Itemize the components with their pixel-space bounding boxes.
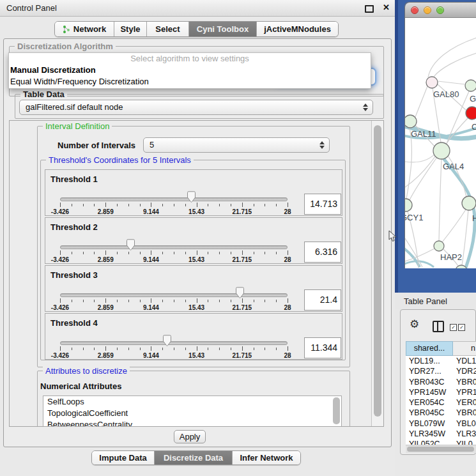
column-select-icon[interactable]: ✓ ✓ xyxy=(450,324,465,331)
table-row[interactable]: YPR145WYPR1 xyxy=(406,387,476,397)
cell-name[interactable]: YLR3 xyxy=(456,429,476,439)
cell-shared-name[interactable]: YBR045C xyxy=(409,408,445,418)
network-edge[interactable] xyxy=(462,210,468,265)
threshold-value-field[interactable]: 11.344 xyxy=(304,337,341,358)
cell-shared-name[interactable]: YIL052C xyxy=(409,439,440,445)
tab-style[interactable]: Style xyxy=(114,22,146,36)
scrollbar-thumb[interactable] xyxy=(407,447,474,452)
table-row[interactable]: YBR045CYBR0 xyxy=(406,408,476,418)
dropdown-option-equal-width-frequency[interactable]: Equal Width/Frequency Discretization xyxy=(9,76,371,88)
slider-track[interactable] xyxy=(60,245,288,249)
network-edge[interactable] xyxy=(438,81,465,84)
table-horizontal-scrollbar[interactable] xyxy=(406,445,476,453)
dropdown-placeholder-option[interactable]: Select algorithm to view settings xyxy=(9,53,371,65)
zoom-window-icon[interactable] xyxy=(436,6,444,14)
network-edge[interactable] xyxy=(428,38,476,77)
threshold-value-field[interactable]: 14.713 xyxy=(304,194,341,215)
network-node-C[interactable] xyxy=(466,107,476,119)
cell-shared-name[interactable]: YBL079W xyxy=(409,418,445,429)
apply-button[interactable]: Apply xyxy=(174,430,206,443)
slider-track[interactable] xyxy=(60,293,288,297)
network-edge[interactable] xyxy=(442,210,466,242)
number-of-intervals-select[interactable]: 5 xyxy=(143,137,330,153)
table-row[interactable]: YLR345WYLR3 xyxy=(406,429,476,439)
numerical-attributes-list[interactable]: SelfLoopsTopologicalCoefficientBetweenne… xyxy=(43,395,342,427)
slider-thumb[interactable] xyxy=(126,239,135,251)
slider-thumb[interactable] xyxy=(235,287,245,299)
attribute-list-item[interactable]: BetweennessCentrality xyxy=(43,419,341,427)
tab-infer-network[interactable]: Infer Network xyxy=(232,451,300,464)
table-data-select[interactable]: galFiltered.sif default node xyxy=(19,100,373,115)
cell-name[interactable]: YBL0 xyxy=(456,418,476,429)
settings-scrollbar[interactable] xyxy=(371,121,384,426)
network-edge[interactable] xyxy=(439,159,441,241)
network-graph[interactable]: GAL80GCGAL11GAL4GCY1HHAP2 xyxy=(405,18,476,268)
network-node-H[interactable] xyxy=(462,196,476,210)
cell-name[interactable]: YPR1 xyxy=(456,387,476,397)
network-node-GAL4[interactable] xyxy=(433,142,450,159)
cell-name[interactable]: YER0 xyxy=(456,397,476,408)
network-icon xyxy=(63,25,70,34)
node-table[interactable]: YDL19...YDL1YDR27...YDR2YBR043CYBR0YPR14… xyxy=(406,356,476,445)
tab-discretize-data[interactable]: Discretize Data xyxy=(154,451,232,464)
column-header-shared-name[interactable]: shared... xyxy=(406,341,453,356)
close-window-icon[interactable] xyxy=(411,6,418,14)
float-window-icon[interactable] xyxy=(365,5,374,13)
network-edge[interactable] xyxy=(434,53,476,77)
network-node-GAL80[interactable] xyxy=(426,77,438,88)
column-header-name[interactable]: n xyxy=(453,341,476,356)
network-node-HAP2[interactable] xyxy=(434,241,444,251)
tab-jactivemnodules[interactable]: jActiveMNodules xyxy=(256,22,338,36)
tick-mark xyxy=(208,348,208,350)
split-columns-icon[interactable] xyxy=(433,321,444,332)
cell-name[interactable]: YDR2 xyxy=(456,366,476,376)
tick-mark xyxy=(72,348,72,350)
table-row[interactable]: YDR27...YDR2 xyxy=(406,366,476,376)
gear-icon[interactable]: ⚙ xyxy=(410,319,419,330)
tick-mark xyxy=(72,204,72,206)
slider-thumb[interactable] xyxy=(162,335,172,347)
slider-track[interactable] xyxy=(60,341,288,345)
cell-shared-name[interactable]: YDL19... xyxy=(409,356,440,366)
network-node-GCY1[interactable] xyxy=(405,199,412,211)
control-panel-tabs: Network Style Select Cyni Toolbox jActiv… xyxy=(54,21,339,37)
cell-name[interactable]: YIL0 xyxy=(456,439,473,445)
slider-track[interactable] xyxy=(60,197,288,201)
network-edge[interactable] xyxy=(447,91,469,144)
slider-ticks xyxy=(60,346,288,352)
cell-name[interactable]: YDL1 xyxy=(456,356,476,366)
cell-shared-name[interactable]: YBR043C xyxy=(409,377,445,387)
network-edge[interactable] xyxy=(410,157,437,200)
cell-name[interactable]: YBR0 xyxy=(456,377,476,387)
minimize-window-icon[interactable] xyxy=(424,6,431,14)
network-canvas[interactable]: GAL80GCGAL11GAL4GCY1HHAP2 xyxy=(405,18,476,268)
table-row[interactable]: YBR043CYBR0 xyxy=(406,377,476,387)
cell-shared-name[interactable]: YER054C xyxy=(409,397,445,408)
tab-impute-data[interactable]: Impute Data xyxy=(92,451,154,464)
table-row[interactable]: YBL079WYBL0 xyxy=(406,418,476,429)
attribute-list-item[interactable]: TopologicalCoefficient xyxy=(43,408,341,419)
slider-thumb[interactable] xyxy=(187,191,196,203)
cell-shared-name[interactable]: YDR27... xyxy=(409,366,441,376)
network-node-G[interactable] xyxy=(465,80,476,91)
network-window-titlebar[interactable] xyxy=(405,3,476,18)
table-row[interactable]: YER054CYER0 xyxy=(406,397,476,408)
close-panel-icon[interactable]: ✕ xyxy=(383,3,390,12)
dropdown-option-manual-discretization[interactable]: Manual Discretization xyxy=(9,65,371,76)
network-edge[interactable] xyxy=(415,86,427,117)
attributes-list-scrollbar[interactable] xyxy=(333,397,340,424)
threshold-value-field[interactable]: 21.4 xyxy=(304,289,341,311)
attribute-list-item[interactable]: SelfLoops xyxy=(43,396,341,408)
cell-name[interactable]: YBR0 xyxy=(456,408,476,418)
network-node-GAL11[interactable] xyxy=(405,115,417,128)
table-row[interactable]: YDL19...YDL1 xyxy=(406,356,476,366)
scrollbar-thumb[interactable] xyxy=(374,125,381,417)
tab-cyni-toolbox[interactable]: Cyni Toolbox xyxy=(188,22,256,36)
tick-mark xyxy=(242,250,243,255)
threshold-value-field[interactable]: 6.316 xyxy=(304,242,341,263)
tab-select[interactable]: Select xyxy=(146,22,188,36)
cell-shared-name[interactable]: YPR145W xyxy=(409,387,446,397)
table-row[interactable]: YIL052CYIL0 xyxy=(406,439,476,445)
tab-network[interactable]: Network xyxy=(55,22,114,36)
cell-shared-name[interactable]: YLR345W xyxy=(409,429,445,439)
